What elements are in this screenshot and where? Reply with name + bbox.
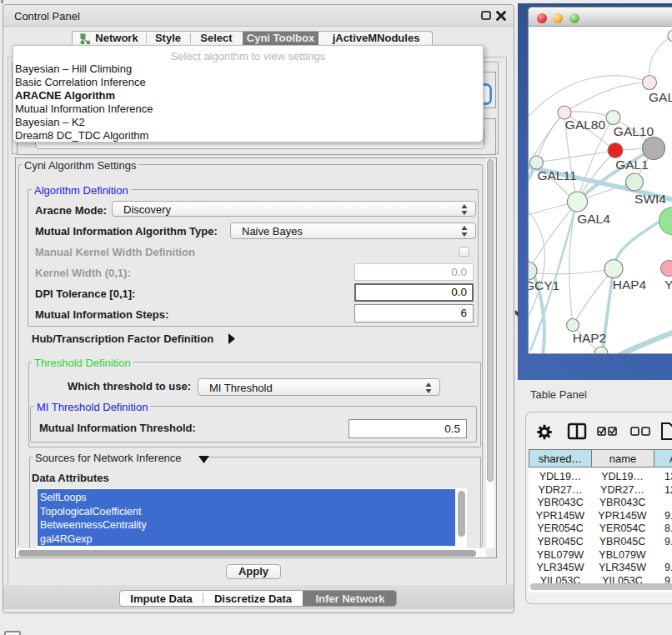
- svg-text:HAP2: HAP2: [573, 331, 607, 345]
- svg-text:GAL4: GAL4: [577, 212, 610, 226]
- svg-text:YJ: YJ: [664, 278, 672, 292]
- svg-text:GCY1: GCY1: [529, 278, 559, 292]
- svg-text:GAL7: GAL7: [649, 90, 672, 104]
- svg-text:HAP4: HAP4: [613, 278, 647, 292]
- svg-text:GAL80: GAL80: [565, 118, 606, 132]
- svg-text:GAL10: GAL10: [614, 124, 654, 138]
- svg-text:GAL11: GAL11: [537, 168, 576, 182]
- svg-text:SWI4: SWI4: [634, 192, 666, 206]
- svg-text:GAL1: GAL1: [615, 158, 649, 172]
